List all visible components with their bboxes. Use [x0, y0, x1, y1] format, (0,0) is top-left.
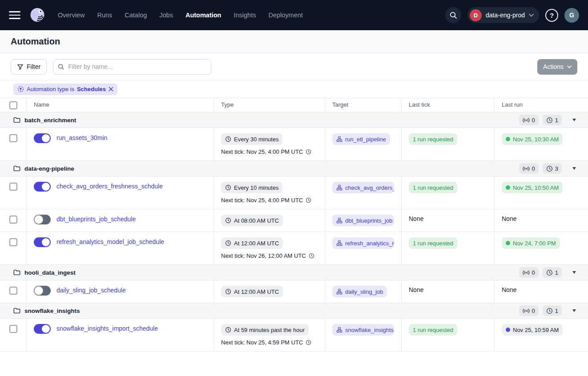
- schedule-toggle[interactable]: [34, 324, 51, 334]
- group-expand-button[interactable]: [570, 307, 578, 315]
- caret-down-icon: [572, 119, 576, 121]
- next-tick: Next tick: Nov 26, 12:00 AM UTC: [221, 252, 318, 259]
- last-tick-status-pill[interactable]: 1 run requested: [409, 182, 457, 193]
- clock-icon: [225, 288, 231, 295]
- schedule-toggle[interactable]: [34, 286, 51, 296]
- clock-icon: [225, 136, 231, 142]
- filter-toolbar: Filter Actions: [0, 53, 588, 80]
- sensor-icon: [523, 118, 530, 123]
- clock-icon: [306, 149, 311, 155]
- group-row-snowflake-insights[interactable]: snowflake_insights 0 1: [0, 303, 588, 319]
- filter-button-label: Filter: [27, 63, 40, 70]
- row-checkbox[interactable]: [9, 183, 17, 191]
- row-checkbox[interactable]: [9, 287, 17, 295]
- group-row-hooli-data-ingest[interactable]: hooli_data_ingest 0 1: [0, 265, 588, 280]
- clock-icon: [225, 217, 231, 224]
- deployment-switcher[interactable]: D data-eng-prod: [467, 7, 539, 23]
- nav-item-catalog[interactable]: Catalog: [125, 12, 147, 19]
- row-checkbox[interactable]: [9, 134, 17, 142]
- clock-icon: [306, 340, 311, 345]
- row-checkbox[interactable]: [9, 238, 17, 246]
- target-job-pill[interactable]: check_avg_orders_: [332, 182, 394, 193]
- clock-icon: [546, 308, 553, 314]
- last-run-pill[interactable]: Nov 25, 10:30 AM: [502, 133, 563, 145]
- nav-item-runs[interactable]: Runs: [97, 12, 112, 19]
- sensor-count-badge: 0: [519, 115, 539, 125]
- filter-button[interactable]: Filter: [11, 59, 47, 75]
- row-checkbox[interactable]: [9, 216, 17, 224]
- job-graph-icon: [336, 288, 342, 295]
- schedule-name-link[interactable]: refresh_analytics_model_job_schedule: [56, 238, 164, 245]
- automation-type-filter-chip[interactable]: Automation type is Schedules: [13, 84, 117, 95]
- schedule-toggle[interactable]: [34, 237, 51, 247]
- column-header-type: Type: [214, 98, 325, 112]
- run-success-dot: [506, 241, 510, 245]
- table-row: dbt_blueprints_job_schedule At 08:00 AM …: [0, 209, 588, 232]
- schedule-interval-pill: At 59 minutes past the hour: [221, 324, 309, 336]
- nav-item-automation[interactable]: Automation: [185, 12, 222, 19]
- job-graph-icon: [336, 217, 342, 224]
- actions-button[interactable]: Actions: [537, 59, 577, 75]
- nav-item-overview[interactable]: Overview: [58, 12, 85, 19]
- schedule-name-link[interactable]: daily_sling_job_schedule: [56, 287, 126, 294]
- run-success-dot: [506, 185, 510, 190]
- nav-item-deployment[interactable]: Deployment: [268, 12, 302, 19]
- caret-down-icon: [572, 167, 576, 170]
- chevron-down-icon: [567, 65, 572, 68]
- column-header-last-tick: Last tick: [402, 98, 495, 112]
- hamburger-menu-icon[interactable]: [9, 11, 20, 19]
- schedule-count-badge: 1: [543, 115, 562, 125]
- help-button[interactable]: ?: [545, 9, 558, 22]
- last-tick-status-pill[interactable]: 1 run requested: [409, 237, 457, 249]
- name-filter-input[interactable]: [68, 63, 206, 70]
- sensor-count-badge: 0: [519, 305, 539, 316]
- last-run-pill[interactable]: Nov 25, 10:59 AM: [502, 324, 563, 336]
- last-run-pill[interactable]: Nov 25, 10:50 AM: [502, 182, 563, 193]
- schedule-toggle[interactable]: [34, 133, 51, 143]
- last-tick-none: None: [409, 286, 423, 293]
- dagster-logo[interactable]: [28, 6, 46, 24]
- folder-icon: [13, 165, 20, 172]
- next-tick: Next tick: Nov 25, 4:59 PM UTC: [221, 339, 318, 346]
- target-job-pill[interactable]: dbt_blueprints_job: [332, 215, 394, 226]
- user-avatar[interactable]: G: [564, 8, 579, 23]
- schedule-name-link[interactable]: check_avg_orders_freshness_schdule: [56, 183, 163, 190]
- table-row: daily_sling_job_schedule At 12:00 AM UTC…: [0, 280, 588, 303]
- schedule-interval-pill: Every 10 minutes: [221, 182, 282, 193]
- nav-item-insights[interactable]: Insights: [234, 12, 256, 19]
- target-job-pill[interactable]: snowflake_insights: [332, 324, 394, 336]
- group-row-data-eng-pipeline[interactable]: data-eng-pipeline 0 3: [0, 161, 588, 176]
- schedule-name-link[interactable]: snowflake_insights_import_schedule: [56, 325, 158, 332]
- schedule-toggle[interactable]: [34, 182, 51, 192]
- clock-icon: [225, 184, 231, 191]
- deployment-name: data-eng-prod: [486, 12, 525, 19]
- schedule-name-link[interactable]: run_assets_30min: [56, 134, 107, 141]
- group-expand-button[interactable]: [570, 268, 578, 276]
- schedule-name-link[interactable]: dbt_blueprints_job_schedule: [56, 216, 136, 223]
- target-job-pill[interactable]: daily_sling_job: [332, 286, 387, 297]
- search-button[interactable]: [445, 7, 461, 23]
- group-expand-button[interactable]: [570, 164, 578, 172]
- select-all-checkbox[interactable]: [9, 101, 17, 109]
- caret-down-icon: [572, 309, 576, 312]
- close-icon[interactable]: [109, 87, 113, 92]
- chevron-down-icon: [529, 14, 534, 17]
- group-expand-button[interactable]: [570, 116, 578, 124]
- group-row-batch-enrichment[interactable]: batch_enrichment 0 1: [0, 112, 588, 128]
- active-filters-row: Automation type is Schedules: [0, 80, 588, 98]
- last-tick-status-pill[interactable]: 1 run requested: [409, 133, 457, 145]
- name-filter-box: [53, 59, 211, 75]
- table-row: snowflake_insights_import_schedule At 59…: [0, 319, 588, 352]
- target-job-pill[interactable]: refresh_analytics_r: [332, 237, 394, 249]
- page-title: Automation: [11, 36, 60, 47]
- schedule-toggle[interactable]: [34, 215, 51, 224]
- clock-icon: [309, 253, 314, 259]
- nav-item-jobs[interactable]: Jobs: [159, 12, 173, 19]
- last-tick-status-pill[interactable]: 1 run requested: [409, 324, 457, 336]
- last-run-pill[interactable]: Nov 24, 7:00 PM: [502, 237, 560, 249]
- target-job-pill[interactable]: run_etl_pipeline: [332, 133, 390, 145]
- table-row: check_avg_orders_freshness_schdule Every…: [0, 176, 588, 209]
- row-checkbox[interactable]: [9, 325, 17, 333]
- job-graph-icon: [336, 136, 342, 142]
- dagster-octopus-icon: [28, 6, 46, 24]
